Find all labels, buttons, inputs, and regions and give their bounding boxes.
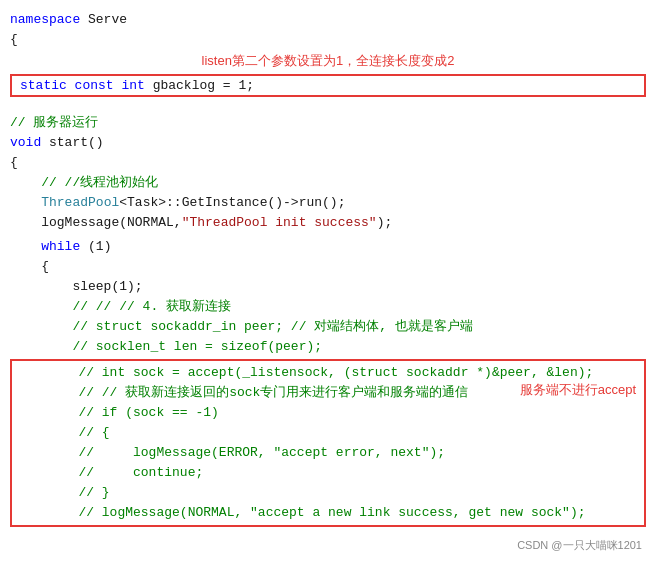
code-text: ThreadPool [41, 193, 119, 213]
comment: // //线程池初始化 [10, 173, 158, 193]
code-line: // { [16, 423, 640, 443]
code-text: { [10, 257, 49, 277]
code-line: { [0, 153, 656, 173]
keyword: static [20, 78, 75, 93]
code-line: logMessage(NORMAL,"ThreadPool init succe… [0, 213, 656, 233]
annotation-right: 服务端不进行accept [520, 382, 636, 397]
comment: // // 获取新连接返回的sock专门用来进行客户端和服务端的通信 [16, 383, 468, 403]
string: "ThreadPool init success" [182, 213, 377, 233]
spacer [0, 101, 656, 109]
code-text: { [10, 153, 18, 173]
comment: // logMessage(NORMAL, "accept a new link… [16, 503, 586, 523]
code-line: // continue; [16, 463, 640, 483]
code-text: { [10, 30, 18, 50]
code-line: sleep(1); [0, 277, 656, 297]
code-line: ThreadPool<Task>::GetInstance()->run(); [0, 193, 656, 213]
code-line: // } [16, 483, 640, 503]
code-text: logMessage(NORMAL, [10, 213, 182, 233]
code-text [10, 237, 41, 257]
keyword: int [121, 78, 152, 93]
footer: CSDN @一只大喵咪1201 [517, 538, 642, 553]
comment: // } [16, 483, 110, 503]
comment: // struct sockaddr_in peer; // 对端结构体, 也就… [10, 317, 473, 337]
comment: // continue; [16, 463, 203, 483]
annotation-top: listen第二个参数设置为1，全连接长度变成2 [202, 53, 455, 68]
keyword: while [41, 237, 80, 257]
code-container: namespace Serve { listen第二个参数设置为1，全连接长度变… [0, 0, 656, 561]
comment: // socklen_t len = sizeof(peer); [10, 337, 322, 357]
keyword: void [10, 133, 49, 153]
highlight-box-top: static const int gbacklog = 1; [10, 74, 646, 97]
code-text: sleep(1); [10, 277, 143, 297]
code-text: <Task>::GetInstance()->run(); [119, 193, 345, 213]
highlight-box-bottom: 服务端不进行accept // int sock = accept(_liste… [10, 359, 646, 527]
code-line: namespace Serve [0, 10, 656, 30]
code-text: Serve [88, 10, 127, 30]
code-line: // if (sock == -1) [16, 403, 640, 423]
code-line: { [0, 257, 656, 277]
code-text: ); [377, 213, 393, 233]
code-text [10, 193, 41, 213]
code-line: // // // 4. 获取新连接 [0, 297, 656, 317]
code-line: // 服务器运行 [0, 113, 656, 133]
code-line: { [0, 30, 656, 50]
code-line: // logMessage(ERROR, "accept error, next… [16, 443, 640, 463]
comment: // int sock = accept(_listensock, (struc… [16, 363, 593, 383]
comment: // 服务器运行 [10, 113, 98, 133]
code-line: void start() [0, 133, 656, 153]
keyword: const [75, 78, 122, 93]
code-line: while (1) [0, 237, 656, 257]
code-text: start() [49, 133, 104, 153]
comment: // { [16, 423, 110, 443]
code-line: // struct sockaddr_in peer; // 对端结构体, 也就… [0, 317, 656, 337]
code-line: // //线程池初始化 [0, 173, 656, 193]
comment: // if (sock == -1) [16, 403, 219, 423]
comment: // // // 4. 获取新连接 [10, 297, 231, 317]
code-text: gbacklog = 1; [153, 78, 254, 93]
code-line: // logMessage(NORMAL, "accept a new link… [16, 503, 640, 523]
code-line: // int sock = accept(_listensock, (struc… [16, 363, 640, 383]
comment: // logMessage(ERROR, "accept error, next… [16, 443, 445, 463]
code-line: // socklen_t len = sizeof(peer); [0, 337, 656, 357]
code-text: (1) [80, 237, 111, 257]
keyword: namespace [10, 10, 88, 30]
